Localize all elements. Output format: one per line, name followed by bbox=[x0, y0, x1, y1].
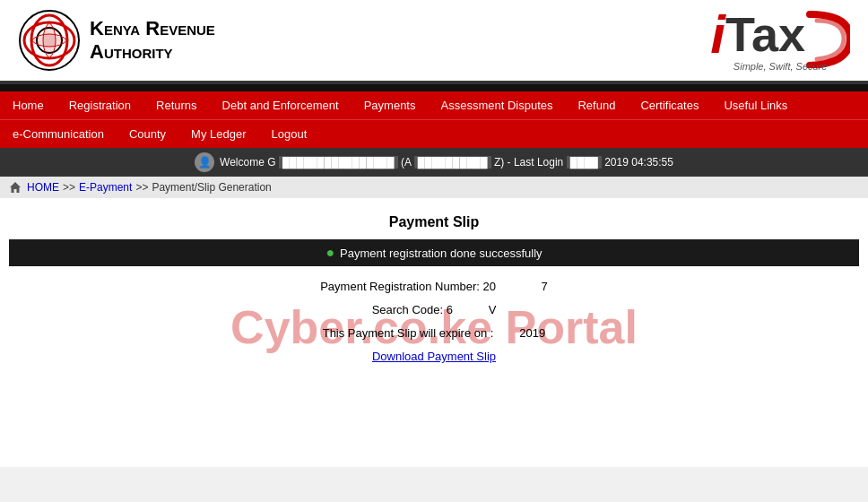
itax-i-letter: i bbox=[710, 8, 725, 62]
kra-name-line1: Kenya Revenue bbox=[90, 17, 215, 40]
welcome-text: Welcome G ████████████████ (A ██████████… bbox=[220, 156, 673, 169]
nav-logout[interactable]: Logout bbox=[259, 120, 320, 148]
expire-label: This Payment Slip will expire on : bbox=[323, 322, 494, 345]
itax-logo: i Tax Simple, Swift, Secure bbox=[710, 10, 850, 72]
page-header: Kenya Revenue Authority i Tax Simple, Sw… bbox=[0, 0, 868, 84]
breadcrumb-current: Payment/Slip Generation bbox=[152, 181, 271, 194]
black-divider-bar bbox=[0, 84, 868, 91]
nav-my-ledger[interactable]: My Ledger bbox=[178, 120, 258, 148]
nav-returns[interactable]: Returns bbox=[143, 91, 210, 119]
search-code-value: V bbox=[489, 299, 497, 322]
breadcrumb-sep1: >> bbox=[63, 181, 75, 194]
payment-reg-row: Payment Registration Number: 20 7 bbox=[0, 275, 868, 299]
success-bar: ● Payment registration done successfully bbox=[9, 239, 859, 266]
content-area: Cyber.co.ke Portal Payment Slip ● Paymen… bbox=[0, 198, 868, 467]
nav-registration[interactable]: Registration bbox=[56, 91, 143, 119]
nav-county[interactable]: County bbox=[117, 120, 178, 148]
search-code-row: Search Code: 6 V bbox=[0, 299, 868, 322]
download-row: Download Payment Slip bbox=[0, 345, 868, 368]
expire-value: 2019 bbox=[519, 322, 545, 345]
breadcrumb-sep2: >> bbox=[135, 181, 148, 194]
nav-assessment-disputes[interactable]: Assessment Disputes bbox=[428, 91, 565, 119]
kra-emblem-icon bbox=[18, 9, 81, 72]
nav-refund[interactable]: Refund bbox=[565, 91, 628, 119]
nav-useful-links[interactable]: Useful Links bbox=[711, 91, 800, 119]
search-code-label: Search Code: 6 bbox=[372, 299, 453, 322]
payment-details: Payment Registration Number: 20 7 Search… bbox=[0, 266, 868, 377]
breadcrumb-home-link[interactable]: HOME bbox=[27, 181, 59, 194]
user-avatar-icon: 👤 bbox=[195, 152, 214, 172]
nav-top: Home Registration Returns Debt and Enfor… bbox=[0, 91, 868, 119]
welcome-bar: 👤 Welcome G ████████████████ (A ████████… bbox=[0, 148, 868, 177]
svg-marker-4 bbox=[10, 182, 21, 193]
nav-debt-enforcement[interactable]: Debt and Enforcement bbox=[210, 91, 352, 119]
nav-ecommunication[interactable]: e-Communication bbox=[0, 120, 117, 148]
breadcrumb-epayment-link[interactable]: E-Payment bbox=[79, 181, 132, 194]
page-title: Payment Slip bbox=[0, 207, 868, 239]
kra-name-line2: Authority bbox=[90, 40, 215, 64]
breadcrumb: HOME >> E-Payment >> Payment/Slip Genera… bbox=[0, 177, 868, 198]
kra-logo: Kenya Revenue Authority bbox=[18, 9, 215, 72]
payment-reg-value: 7 bbox=[542, 275, 548, 299]
payment-reg-label: Payment Registration Number: 20 bbox=[320, 275, 496, 299]
nav-payments[interactable]: Payments bbox=[352, 91, 429, 119]
success-icon: ● bbox=[326, 245, 334, 261]
kra-name: Kenya Revenue Authority bbox=[90, 17, 215, 65]
itax-tax-text: Tax bbox=[725, 10, 805, 58]
nav-bottom: e-Communication County My Ledger Logout bbox=[0, 119, 868, 148]
nav-certificates[interactable]: Certificates bbox=[628, 91, 711, 119]
expire-row: This Payment Slip will expire on : 2019 bbox=[0, 322, 868, 345]
success-message: Payment registration done successfully bbox=[340, 247, 542, 260]
itax-arc-icon bbox=[801, 10, 850, 68]
nav-home[interactable]: Home bbox=[0, 91, 56, 119]
home-icon bbox=[9, 181, 22, 194]
download-payment-slip-link[interactable]: Download Payment Slip bbox=[372, 345, 496, 368]
